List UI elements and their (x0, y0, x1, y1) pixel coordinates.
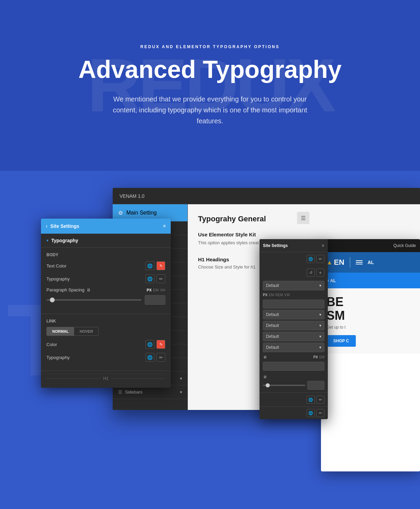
ss2-em: EM (269, 293, 274, 297)
ss-normal-btn[interactable]: NORMAL (47, 327, 74, 335)
ss-slider-row (46, 295, 165, 305)
ss-typography-row-2: Typography 🌐 ✏ (46, 353, 165, 362)
ss-slider-container (46, 299, 141, 301)
qg-logo-group: ▲ EN (326, 258, 344, 267)
ss-h1-line-2 (111, 379, 165, 379)
ss2-icon-row: 🌐 ✏ (260, 252, 328, 266)
ss-close-button[interactable]: × (163, 223, 166, 229)
ss-color-edit-btn[interactable]: ✎ (156, 340, 165, 349)
ss2-dropdown-1[interactable]: Default ▾ (263, 281, 324, 290)
hero-title: Advanced Typography (79, 56, 342, 83)
ss2-slider-input[interactable] (307, 381, 324, 390)
qg-shop-btn[interactable]: SHOP C (326, 335, 356, 347)
ss-header-left: ‹ Site Settings (46, 223, 79, 229)
ss-title: Site Settings (50, 223, 79, 229)
ss2-dropdown-label: Default (266, 283, 279, 288)
hero-subtitle: REDUX AND ELEMENTOR TYPOGRAPHY OPTIONS (140, 44, 280, 49)
site-settings-panel-2: Site Settings × 🌐 ✏ ↺ + Default ▾ PX EM … (260, 239, 328, 419)
site-settings-panel: ‹ Site Settings × ▾ Typography Body Text… (41, 219, 171, 388)
ss-typography-pencil-2[interactable]: ✏ (156, 353, 165, 362)
ss-color-controls: 🌐 ✎ (145, 340, 165, 349)
ss-header: ‹ Site Settings × (41, 219, 171, 234)
ss-slider-thumb (50, 298, 55, 302)
ss-em-label: EM (153, 288, 159, 292)
ss-paragraph-label: Paragraph Spacing 🖥 (46, 287, 90, 292)
ss-h1-text: H1 (100, 376, 111, 381)
ss2-dropdown-4-label: Default (266, 334, 279, 339)
ss2-bottom-globe-2[interactable]: 🌐 (307, 409, 315, 417)
qg-btn-text: ≡ AL (326, 278, 336, 283)
ss2-bottom-pencil[interactable]: ✏ (316, 396, 324, 404)
qg-lines-group (356, 260, 363, 264)
ss2-px-row: PX EM REM VW (260, 292, 328, 298)
ss-typography-label: Typography (51, 238, 78, 243)
ss2-title: Site Settings (263, 243, 288, 248)
ss-px-row: PX EM VH (147, 288, 165, 292)
ss2-slider-thumb-2 (266, 383, 270, 387)
main-setting-label: Main Setting (126, 210, 157, 216)
ss2-input-2[interactable] (263, 362, 324, 371)
ss2-slider-2[interactable] (263, 385, 305, 386)
ss2-dropdown-5[interactable]: Default ▾ (263, 343, 324, 352)
ss-globe-icon[interactable]: 🌐 (145, 261, 154, 270)
ss-color-row: Color 🌐 ✎ (46, 340, 165, 349)
screenshots-area: TYPOGRAPHY VENAM 1.0 ⚙ Main Setting me C… (0, 171, 420, 509)
qg-line-3 (356, 264, 363, 264)
qg-content: BESM Get up to t SHOP C (321, 288, 420, 354)
ss2-icon-row-2: ↺ + (260, 266, 328, 279)
ss-toggle-row: NORMAL HOVER (46, 327, 99, 336)
qg-blue-btn[interactable]: ≡ AL (321, 273, 420, 288)
ss2-dropdown-2[interactable]: Default ▾ (263, 310, 324, 319)
ss-typography-globe-2[interactable]: 🌐 (145, 353, 154, 362)
ss-color-globe-icon[interactable]: 🌐 (145, 340, 154, 349)
gear-icon: ⚙ (118, 210, 123, 216)
ss2-spacing-label-row: 🖥 (263, 375, 324, 379)
ss2-vw: VW (284, 293, 290, 297)
ss2-dropdown-2-label: Default (266, 312, 279, 317)
qg-big-text: BESM (326, 295, 415, 322)
ss2-dropdown-4-arrow: ▾ (319, 334, 321, 339)
ss-text-color-label: Text Color (46, 263, 67, 269)
venam-title: VENAM 1.0 (120, 193, 144, 199)
ss-typography-globe-icon[interactable]: 🌐 (145, 274, 154, 283)
qg-divider (350, 257, 350, 267)
ss2-plus-icon[interactable]: + (316, 269, 324, 277)
ss2-input-1[interactable] (263, 300, 324, 308)
ss2-pencil-icon[interactable]: ✏ (316, 255, 324, 263)
ss2-bottom-pencil-2[interactable]: ✏ (316, 409, 324, 417)
hero-bg-watermark: REDUX (0, 0, 420, 171)
hamburger-icon[interactable]: ☰ (297, 212, 309, 224)
ss2-bottom-icons: 🌐 ✏ (260, 393, 328, 407)
ss2-em-2: EM (319, 355, 324, 359)
ss2-spacing-icon: 🖥 (263, 375, 267, 379)
qg-line-1 (356, 260, 363, 261)
ss-paragraph-input[interactable] (145, 295, 165, 305)
ss2-dropdown-arrow: ▾ (319, 283, 321, 288)
ss-hover-btn[interactable]: HOVER (74, 327, 98, 335)
sidebars-label: Sidebars (125, 389, 142, 395)
ss-paragraph-text: Paragraph Spacing (46, 287, 84, 292)
ss-slider[interactable] (46, 299, 141, 301)
ss2-slider-input-row (263, 381, 324, 390)
ss2-slider-row (263, 300, 324, 308)
qg-v-en-text: EN (334, 258, 345, 267)
ss-typography-pencil-icon[interactable]: ✏ (156, 274, 165, 283)
ss2-bottom-globe[interactable]: 🌐 (307, 396, 315, 404)
ss-body-title: Body (46, 252, 165, 257)
ss-typography-header: ▾ Typography (41, 234, 171, 248)
ss2-header: Site Settings × (260, 239, 328, 252)
ss-color-edit-icon[interactable]: ✎ (156, 261, 165, 270)
ss2-refresh-icon[interactable]: ↺ (307, 269, 315, 277)
ss-h1-section: H1 (41, 371, 171, 388)
qg-alv-text: AL (367, 260, 374, 265)
ss2-dropdown-2-arrow: ▾ (319, 312, 321, 317)
ss-typography-label-3: Typography (46, 355, 70, 360)
ss-vh-label: VH (160, 288, 165, 292)
ss2-dropdown-3[interactable]: Default ▾ (263, 321, 324, 330)
ss2-globe-icon[interactable]: 🌐 (307, 255, 315, 263)
ss2-monitor-icon: 🖥 (263, 355, 267, 359)
ss2-px: PX (263, 293, 267, 297)
ss-back-arrow[interactable]: ‹ (46, 223, 47, 229)
ss2-close-button[interactable]: × (322, 243, 324, 248)
ss2-dropdown-4[interactable]: Default ▾ (263, 332, 324, 341)
